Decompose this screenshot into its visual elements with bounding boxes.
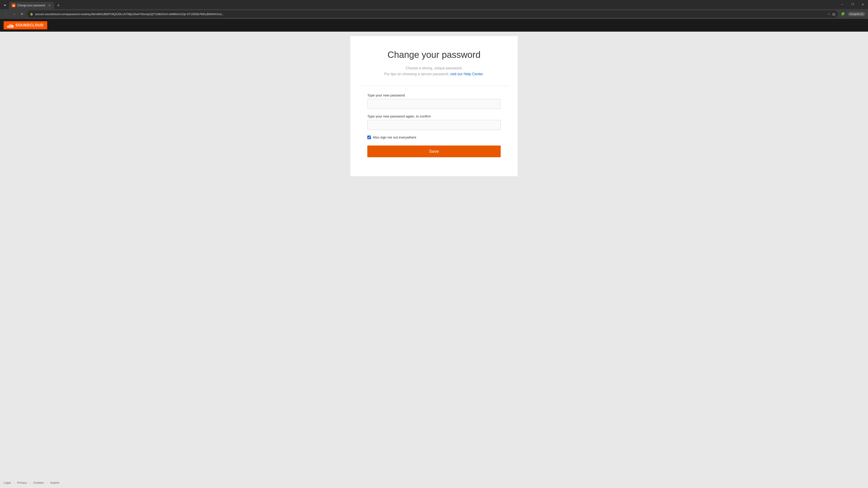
reader-mode-icon[interactable]: ▤	[832, 12, 835, 16]
window-controls: ─ ❐ ✕	[837, 0, 868, 9]
soundcloud-logo[interactable]: SOUNDCLOUD	[4, 21, 47, 29]
footer-sep-1: -	[13, 481, 14, 484]
active-tab[interactable]: Change your password ✕	[9, 2, 54, 9]
password-form: Type your new password Type your new pas…	[367, 93, 501, 157]
new-password-input[interactable]	[367, 99, 501, 109]
footer-cookies-link[interactable]: Cookies	[33, 481, 44, 484]
address-input[interactable]	[35, 12, 826, 16]
page-title: Change your password	[388, 50, 480, 60]
save-button[interactable]: Save	[367, 145, 501, 157]
back-button[interactable]: ←	[3, 11, 9, 17]
footer-imprint-link[interactable]: Imprint	[50, 481, 59, 484]
tab-favicon	[12, 4, 16, 7]
reload-button[interactable]: ↻	[19, 11, 25, 17]
signout-everywhere-label[interactable]: Also sign me out everywhere	[373, 135, 416, 139]
footer-legal-link[interactable]: Legal	[4, 481, 11, 484]
svg-rect-9	[10, 25, 10, 27]
subtitle-line2: For tips on choosing a secure password,	[384, 72, 449, 76]
tab-close-button[interactable]: ✕	[48, 3, 52, 7]
subtitle-line1: Choose a strong, unique password.	[405, 66, 463, 70]
close-button[interactable]: ✕	[858, 0, 868, 9]
confirm-password-input[interactable]	[367, 120, 501, 130]
tab-dropdown-button[interactable]	[2, 2, 8, 8]
soundcloud-logo-icon	[7, 23, 13, 28]
signout-checkbox-row: Also sign me out everywhere	[367, 135, 501, 139]
browser-actions: 🧩 Incognito (2)	[840, 11, 865, 17]
subtitle: Choose a strong, unique password. For ti…	[384, 65, 484, 77]
divider	[360, 86, 508, 86]
main-content: Change your password Choose a strong, un…	[0, 32, 868, 477]
new-password-label: Type your new password	[367, 93, 501, 97]
footer-sep-3: -	[46, 481, 48, 484]
soundcloud-logo-text: SOUNDCLOUD	[16, 23, 43, 27]
forward-button[interactable]: →	[11, 11, 17, 17]
svg-rect-6	[8, 25, 8, 27]
new-tab-button[interactable]: +	[55, 2, 61, 8]
lock-icon: 🔒	[30, 12, 33, 15]
address-bar-container[interactable]: 🔒 ☆ ▤	[27, 10, 838, 18]
confirm-password-label: Type your new password again, to confirm	[367, 114, 501, 118]
tab-bar: Change your password ✕ + ─ ❐ ✕	[0, 0, 868, 9]
footer: Legal - Privacy - Cookies - Imprint	[0, 477, 868, 488]
browser-chrome: Change your password ✕ + ─ ❐ ✕ ← → ↻ 🔒 ☆…	[0, 0, 868, 19]
svg-rect-8	[9, 26, 10, 27]
soundcloud-header: SOUNDCLOUD	[0, 19, 868, 32]
svg-rect-7	[9, 25, 9, 27]
incognito-badge[interactable]: Incognito (2)	[848, 12, 865, 16]
minimize-button[interactable]: ─	[837, 0, 847, 9]
bookmark-star-icon[interactable]: ☆	[828, 12, 831, 16]
signout-everywhere-checkbox[interactable]	[367, 135, 371, 139]
help-center-link[interactable]: visit our Help Center.	[450, 72, 484, 76]
page-content: SOUNDCLOUD Change your password Choose a…	[0, 19, 868, 488]
footer-privacy-link[interactable]: Privacy	[17, 481, 27, 484]
tab-title: Change your password	[17, 4, 46, 7]
browser-controls: ← → ↻ 🔒 ☆ ▤ 🧩 Incognito (2)	[0, 9, 868, 19]
extensions-button[interactable]: 🧩	[840, 11, 846, 17]
restore-button[interactable]: ❐	[847, 0, 858, 9]
footer-sep-2: -	[30, 481, 31, 484]
content-card: Change your password Choose a strong, un…	[350, 36, 518, 176]
